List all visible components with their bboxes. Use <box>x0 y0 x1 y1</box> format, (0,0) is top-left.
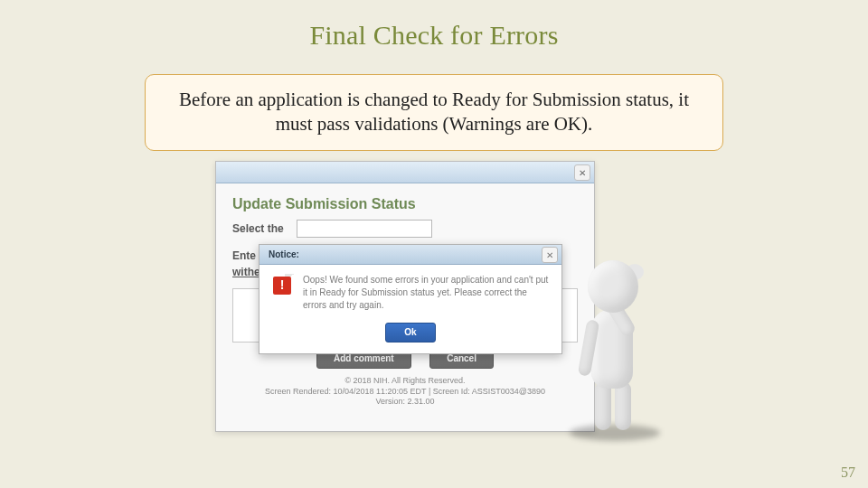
select-status-label: Select the <box>232 222 284 235</box>
footer-copyright: © 2018 NIH. All Rights Reserved. <box>232 376 578 387</box>
callout-box: Before an application is changed to Read… <box>145 74 723 151</box>
notice-message: Oops! We found some errors in your appli… <box>303 274 551 312</box>
ok-button[interactable]: Ok <box>385 323 436 343</box>
status-dropdown[interactable] <box>297 220 432 238</box>
update-status-heading: Update Submission Status <box>232 196 578 212</box>
comment-sub-label: withe <box>232 266 260 278</box>
close-icon[interactable]: ✕ <box>574 164 590 181</box>
error-icon: ! <box>270 274 294 297</box>
footer-render: Screen Rendered: 10/04/2018 11:20:05 EDT… <box>232 387 578 398</box>
notice-titlebar: Notice: ✕ <box>259 245 561 265</box>
comment-label: Ente <box>232 249 256 262</box>
window-titlebar: ✕ <box>216 162 594 183</box>
notice-modal: Notice: ✕ ! Oops! We found some errors i… <box>259 244 562 354</box>
confused-figure-icon <box>533 237 678 437</box>
notice-title: Notice: <box>269 249 299 259</box>
page-number: 57 <box>841 465 855 481</box>
footer-version: Version: 2.31.00 <box>232 397 578 408</box>
footer-text: © 2018 NIH. All Rights Reserved. Screen … <box>232 376 578 408</box>
slide-title: Final Check for Errors <box>0 0 868 51</box>
